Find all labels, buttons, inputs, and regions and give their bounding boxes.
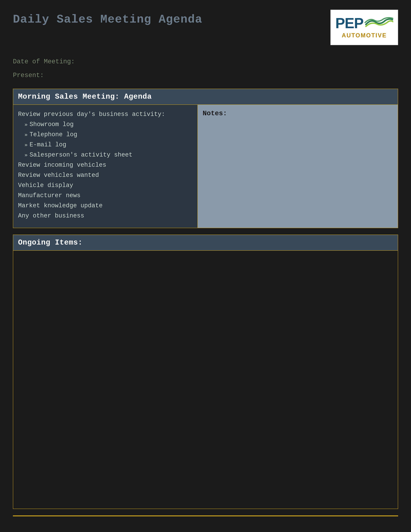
list-item: Manufacturer news <box>18 191 193 200</box>
list-item: » E-mail log <box>18 140 193 149</box>
list-item: » Telephone log <box>18 130 193 139</box>
date-label: Date of Meeting: <box>13 58 398 65</box>
logo-pep-row: PEP <box>335 16 393 30</box>
bottom-divider <box>13 515 398 516</box>
ongoing-section: Ongoing Items: <box>13 235 398 509</box>
logo-waves <box>364 17 393 28</box>
list-item-text: E-mail log <box>29 140 66 149</box>
morning-section-header: Morning Sales Meeting: Agenda <box>13 89 398 105</box>
logo-automotive-text: AUTOMOTIVE <box>342 32 387 39</box>
review-header: Review previous day's business activity: <box>18 110 193 119</box>
meta-section: Date of Meeting: Present: <box>13 58 398 79</box>
agenda-body: Review previous day's business activity:… <box>13 105 398 228</box>
ongoing-body <box>13 251 398 509</box>
bullet-icon: » <box>25 131 28 139</box>
agenda-left-column: Review previous day's business activity:… <box>13 105 198 228</box>
page-title: Daily Sales Meeting Agenda <box>13 10 202 26</box>
header: Daily Sales Meeting Agenda PEP AUTOMOTIV… <box>13 10 398 45</box>
agenda-notes-column: Notes: <box>198 105 398 228</box>
logo: PEP AUTOMOTIVE <box>330 10 398 45</box>
notes-label: Notes: <box>203 110 227 117</box>
list-item: » Salesperson's activity sheet <box>18 150 193 160</box>
list-item-text: Showroom log <box>29 120 74 129</box>
morning-section-title: Morning Sales Meeting: Agenda <box>18 93 152 101</box>
list-item: Vehicle display <box>18 181 193 190</box>
list-item: » Showroom log <box>18 120 193 129</box>
bullet-icon: » <box>25 141 28 149</box>
wave-svg <box>364 17 393 28</box>
page: Daily Sales Meeting Agenda PEP AUTOMOTIV… <box>13 10 398 516</box>
morning-agenda-section: Morning Sales Meeting: Agenda Review pre… <box>13 89 398 228</box>
list-item: Any other business <box>18 211 193 220</box>
list-item-text: Salesperson's activity sheet <box>29 150 132 160</box>
bullet-icon: » <box>25 121 28 129</box>
list-item-text: Telephone log <box>29 130 77 139</box>
list-item: Review incoming vehicles <box>18 161 193 170</box>
list-item: Market knowledge update <box>18 201 193 210</box>
list-item: Review vehicles wanted <box>18 171 193 180</box>
ongoing-section-title: Ongoing Items: <box>18 238 83 247</box>
present-label: Present: <box>13 72 398 79</box>
bullet-icon: » <box>25 151 28 159</box>
ongoing-section-header: Ongoing Items: <box>13 235 398 251</box>
logo-pep-text: PEP <box>335 16 363 30</box>
